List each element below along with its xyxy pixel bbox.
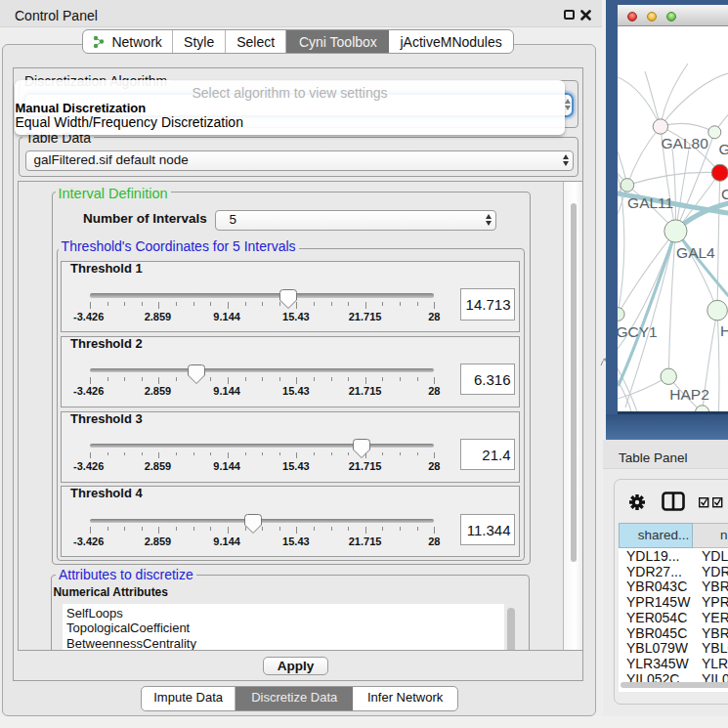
- svg-text:GAL11: GAL11: [627, 194, 673, 211]
- svg-text:GAL4: GAL4: [676, 244, 715, 261]
- svg-text:GAL80: GAL80: [661, 135, 708, 151]
- svg-text:HAP2: HAP2: [669, 386, 709, 403]
- svg-text:C: C: [721, 186, 728, 202]
- svg-text:GA: GA: [718, 141, 728, 157]
- svg-text:H: H: [719, 322, 728, 339]
- svg-text:GCY1: GCY1: [618, 323, 658, 340]
